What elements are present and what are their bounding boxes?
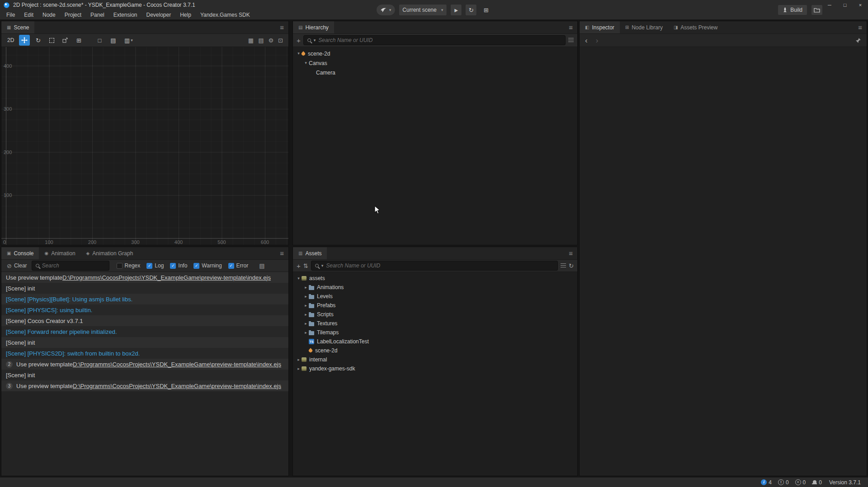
warning-count[interactable]: ! 0 (778, 479, 789, 486)
scene-menu-icon[interactable]: ≡ (275, 23, 288, 31)
tab-scene[interactable]: ▦ Scene (1, 21, 34, 33)
console-log-row[interactable]: 2Use preview template D:\Programms\Cocos… (1, 359, 288, 370)
hierarchy-list-view-icon[interactable] (568, 38, 574, 42)
open-project-folder-button[interactable] (811, 5, 823, 15)
console-log-row[interactable]: [Scene] Forward render pipeline initiali… (1, 326, 288, 337)
clear-console-button[interactable]: ⊘ Clear (5, 262, 29, 269)
chevron-right-icon[interactable]: ▸ (303, 313, 309, 317)
tab-inspector[interactable]: ◧Inspector (580, 21, 620, 33)
pin-button[interactable] (855, 37, 861, 43)
search-filter-chevron-icon[interactable]: ▾ (321, 264, 324, 268)
gizmo-display-dropdown[interactable]: ▥ ▾ (121, 35, 136, 46)
console-log-row[interactable]: [Scene] init (1, 370, 288, 380)
filter-regex[interactable]: Regex (117, 262, 141, 269)
open-log-file-icon[interactable]: ▤ (259, 263, 264, 269)
console-log-row[interactable]: 3Use preview template D:\Programms\Cocos… (1, 380, 288, 391)
history-forward-button[interactable]: › (596, 37, 599, 44)
checkbox-info[interactable]: ✓ (170, 263, 176, 269)
menu-item-edit[interactable]: Edit (19, 10, 38, 20)
console-log-row[interactable]: [Scene] [PHYSICS2D]: switch from builtin… (1, 348, 288, 359)
scene-camera-icon[interactable]: ▤ (258, 37, 264, 43)
move-tool-button[interactable] (19, 35, 30, 46)
fullscreen-frame-icon[interactable]: ⊡ (278, 37, 283, 43)
menu-item-file[interactable]: File (2, 10, 19, 20)
assets-item-levels[interactable]: ▸Levels (293, 292, 577, 301)
assets-item-animations[interactable]: ▸Animations (293, 283, 577, 292)
menu-item-yandex-games-sdk[interactable]: Yandex.Games SDK (196, 10, 255, 20)
hierarchy-item-canvas[interactable]: ▾Canvas (293, 58, 577, 68)
filter-info[interactable]: ✓Info (170, 262, 187, 269)
scale-tool-button[interactable] (60, 35, 71, 46)
assets-item-tilemaps[interactable]: ▸Tilemaps (293, 328, 577, 337)
close-button[interactable]: × (853, 0, 868, 10)
filter-warning[interactable]: ✓Warning (193, 262, 222, 269)
tab-animation[interactable]: ◉Animation (39, 247, 80, 259)
menu-item-extension[interactable]: Extension (109, 10, 142, 20)
chevron-right-icon[interactable]: ▸ (303, 295, 309, 299)
hierarchy-item-camera[interactable]: Camera (293, 68, 577, 77)
menu-item-developer[interactable]: Developer (142, 10, 175, 20)
tab-node-library[interactable]: ⊞Node Library (620, 21, 668, 33)
grid-visibility-icon[interactable]: ▦ (248, 37, 254, 43)
console-log-row[interactable]: [Scene] init (1, 337, 288, 348)
sort-assets-icon[interactable]: ⇅ (303, 263, 308, 269)
menu-item-node[interactable]: Node (38, 10, 60, 20)
scene-viewport[interactable]: 4003002001000100200300400500600 (1, 47, 288, 245)
chevron-right-icon[interactable]: ▸ (296, 358, 302, 362)
log-file-link[interactable]: D:\Programms\CocosProjects\YSDK_ExampleG… (73, 361, 281, 368)
chevron-right-icon[interactable]: ▸ (303, 322, 309, 326)
assets-item-labellocalizationtest[interactable]: TSLabelLocalizationTest (293, 337, 577, 346)
console-search-input[interactable]: Search (32, 261, 109, 271)
maximize-button[interactable]: □ (837, 0, 853, 10)
minimize-button[interactable]: ─ (822, 0, 837, 10)
refresh-assets-icon[interactable]: ↻ (569, 263, 574, 269)
console-log-row[interactable]: [Scene] Cocos Creator v3.7.1 (1, 315, 288, 326)
tab-assets[interactable]: ▥ Assets (293, 247, 327, 259)
preview-target-button[interactable]: ▾ (376, 4, 396, 16)
assets-item-prefabs[interactable]: ▸Prefabs (293, 301, 577, 310)
checkbox-regex[interactable] (117, 263, 123, 269)
filter-log[interactable]: ✓Log (146, 262, 164, 269)
assets-item-yandex-games-sdk[interactable]: ▸yandex-games-sdk (293, 364, 577, 373)
refresh-button[interactable]: ↻ (465, 4, 477, 16)
inspector-menu-icon[interactable]: ≡ (854, 23, 867, 31)
chevron-right-icon[interactable]: ▸ (303, 331, 309, 335)
tab-animation-graph[interactable]: ◈Animation Graph (81, 247, 139, 259)
log-file-link[interactable]: D:\Programms\CocosProjects\YSDK_ExampleG… (62, 274, 271, 281)
checkbox-error[interactable]: ✓ (228, 263, 234, 269)
mode-2d-button[interactable]: 2D (5, 36, 16, 44)
assets-list-view-icon[interactable] (561, 263, 566, 268)
tab-hierarchy[interactable]: ▤ Hierarchy (293, 21, 334, 33)
menu-item-project[interactable]: Project (60, 10, 86, 20)
gear-icon[interactable]: ⚙ (268, 37, 274, 43)
create-asset-button[interactable]: + (297, 262, 301, 269)
hierarchy-item-scene-2d[interactable]: ▾scene-2d (293, 49, 577, 58)
log-file-link[interactable]: D:\Programms\CocosProjects\YSDK_ExampleG… (73, 383, 281, 389)
assets-item-scene-2d[interactable]: scene-2d (293, 346, 577, 355)
assets-item-textures[interactable]: ▸Textures (293, 319, 577, 328)
hierarchy-menu-icon[interactable]: ≡ (564, 23, 577, 31)
menu-item-panel[interactable]: Panel (86, 10, 109, 20)
search-filter-chevron-icon[interactable]: ▾ (314, 38, 316, 42)
chevron-down-icon[interactable]: ▾ (296, 52, 302, 56)
chevron-right-icon[interactable]: ▸ (303, 304, 309, 308)
assets-item-scripts[interactable]: ▸Scripts (293, 310, 577, 319)
checkbox-warning[interactable]: ✓ (193, 263, 199, 269)
menu-item-help[interactable]: Help (175, 10, 196, 20)
assets-menu-icon[interactable]: ≡ (564, 249, 577, 257)
build-button[interactable]: Build (778, 5, 807, 15)
console-menu-icon[interactable]: ≡ (275, 249, 288, 257)
preview-device-button[interactable]: ⊞ (480, 4, 492, 16)
tab-assets-preview[interactable]: ◨Assets Preview (668, 21, 723, 33)
hierarchy-search-input[interactable]: ▾ Search Name or UUID (303, 35, 566, 45)
rotate-tool-button[interactable]: ↻ (33, 35, 43, 46)
filter-error[interactable]: ✓Error (228, 262, 249, 269)
chevron-down-icon[interactable]: ▾ (296, 276, 302, 281)
align-settings-button[interactable]: ▤ (108, 35, 118, 46)
history-back-button[interactable]: ‹ (585, 37, 588, 44)
create-node-button[interactable]: + (297, 37, 301, 44)
rect-tool-button[interactable] (46, 35, 57, 46)
console-log-row[interactable]: [Scene] [PHYSICS]: using builtin. (1, 304, 288, 315)
assets-item-internal[interactable]: ▸internal (293, 355, 577, 364)
transform-tool-button[interactable]: ⊞ (73, 35, 84, 46)
